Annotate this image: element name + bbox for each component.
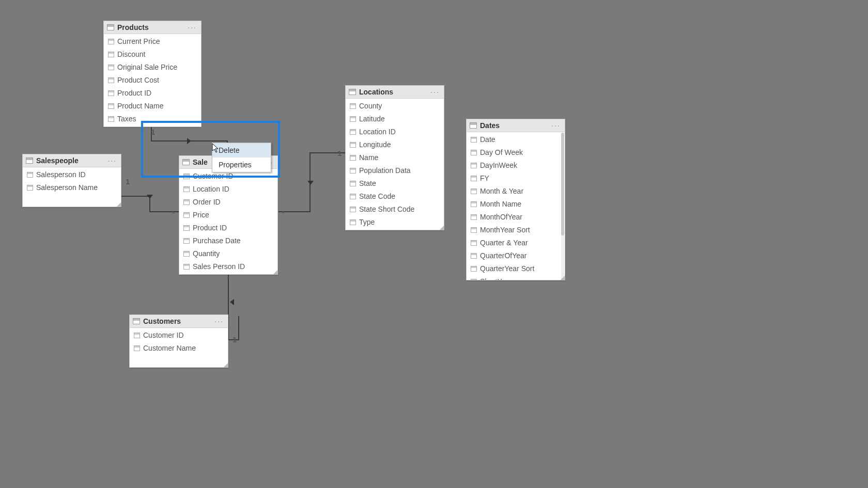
field-item[interactable]: Order ID (179, 196, 277, 209)
field-item[interactable]: Salesperson Name (23, 181, 121, 194)
field-item[interactable]: Product ID (179, 222, 277, 234)
cardinality-many: * (172, 210, 175, 217)
field-item[interactable]: Taxes (104, 113, 201, 125)
table-salespeople[interactable]: Salespeople ··· Salesperson ID Salespers… (22, 154, 121, 207)
field-item[interactable]: Latitude (346, 113, 444, 125)
field-item[interactable]: Original Sale Price (104, 61, 201, 74)
field-item[interactable]: Product ID (104, 87, 201, 100)
field-item[interactable]: Quarter & Year (467, 237, 565, 249)
field-item[interactable]: Name (346, 151, 444, 164)
resize-handle[interactable] (560, 275, 565, 280)
more-icon[interactable]: ··· (187, 23, 198, 32)
table-title: Dates (480, 121, 547, 130)
field-icon (134, 345, 140, 351)
field-icon (183, 264, 190, 270)
field-icon (471, 150, 477, 155)
field-item[interactable]: Price (179, 209, 277, 222)
field-item[interactable]: County (346, 100, 444, 113)
field-item[interactable]: State Short Code (346, 203, 444, 216)
field-icon (471, 137, 477, 143)
field-item[interactable]: Type (346, 216, 444, 229)
table-products[interactable]: Products ··· Current Price Discount Orig… (103, 21, 202, 127)
field-item[interactable]: MonthYear Sort (467, 224, 565, 237)
field-icon (471, 253, 477, 259)
context-menu[interactable]: Delete Properties (212, 143, 271, 172)
more-icon[interactable]: ··· (213, 317, 225, 325)
field-item[interactable]: QuarterOfYear (467, 249, 565, 262)
field-icon (471, 279, 477, 280)
field-item[interactable]: Purchase Date (179, 234, 277, 247)
field-item[interactable]: Date (467, 133, 565, 146)
field-item[interactable]: Month Name (467, 198, 565, 211)
field-icon (108, 65, 114, 70)
resize-handle[interactable] (223, 363, 228, 368)
field-item[interactable]: Sales Person ID (179, 260, 277, 273)
field-item[interactable]: Location ID (179, 183, 277, 196)
field-list: Customer ID Customer Name (130, 328, 228, 356)
field-item[interactable]: Population Data (346, 164, 444, 177)
field-icon (183, 199, 190, 205)
field-item[interactable]: Discount (104, 48, 201, 61)
field-list: Customer ID Location ID Order ID Price P… (179, 169, 277, 274)
table-icon (349, 89, 356, 95)
field-item[interactable]: Product Cost (104, 74, 201, 87)
field-item[interactable]: Current Price (104, 35, 201, 48)
field-item[interactable]: Salesperson ID (23, 168, 121, 181)
field-icon (350, 116, 356, 122)
field-item[interactable]: State Code (346, 190, 444, 203)
field-item[interactable]: Location ID (346, 125, 444, 138)
field-item[interactable]: QuarterYear Sort (467, 262, 565, 275)
field-item[interactable]: Quantity (179, 247, 277, 260)
resize-handle[interactable] (273, 270, 278, 275)
field-icon (108, 52, 114, 57)
field-icon (350, 129, 356, 135)
cardinality-many: * (227, 275, 229, 282)
field-icon (471, 240, 477, 246)
table-customers[interactable]: Customers ··· Customer ID Customer Name (129, 314, 228, 368)
table-sales[interactable]: Sale ··· Customer ID Location ID Order I… (179, 155, 278, 275)
scrollbar[interactable] (561, 133, 564, 279)
field-item[interactable]: MonthOfYear (467, 211, 565, 224)
table-header[interactable]: Salespeople ··· (23, 154, 121, 167)
field-icon (27, 172, 33, 178)
field-item[interactable]: ShortYear (467, 275, 565, 280)
field-icon (350, 168, 356, 174)
table-locations[interactable]: Locations ··· County Latitude Location I… (345, 85, 444, 230)
table-header[interactable]: Products ··· (104, 21, 201, 34)
field-item[interactable]: Product Name (104, 100, 201, 113)
more-icon[interactable]: ··· (429, 88, 441, 96)
field-item[interactable]: Longitude (346, 138, 444, 151)
table-icon (107, 24, 114, 30)
field-item[interactable]: Customer Name (130, 342, 228, 355)
model-canvas[interactable]: Products ··· Current Price Discount Orig… (0, 0, 868, 488)
field-item[interactable]: Month & Year (467, 185, 565, 198)
filter-direction-icon (307, 181, 314, 185)
resize-handle[interactable] (116, 202, 121, 207)
table-header[interactable]: Dates ··· (467, 119, 565, 132)
field-item[interactable]: DayInWeek (467, 159, 565, 172)
field-icon (183, 186, 190, 192)
table-header[interactable]: Locations ··· (346, 86, 444, 99)
context-menu-properties[interactable]: Properties (212, 158, 271, 172)
field-item[interactable]: FY (467, 172, 565, 185)
field-icon (27, 185, 33, 191)
resize-handle[interactable] (439, 225, 444, 230)
more-icon[interactable]: ··· (106, 156, 118, 165)
cardinality-one: 1 (151, 128, 155, 136)
field-icon (350, 155, 356, 161)
table-header[interactable]: Customers ··· (130, 315, 228, 328)
field-icon (183, 212, 190, 218)
field-icon (183, 251, 190, 257)
field-icon (108, 77, 114, 83)
field-list: Current Price Discount Original Sale Pri… (104, 34, 201, 127)
more-icon[interactable]: ··· (550, 121, 562, 130)
field-item[interactable]: State (346, 177, 444, 190)
field-icon (350, 181, 356, 186)
field-item[interactable]: Day Of Week (467, 146, 565, 159)
field-list: Date Day Of Week DayInWeek FY Month & Ye… (467, 132, 565, 280)
field-item[interactable]: Customer ID (130, 329, 228, 342)
context-menu-delete[interactable]: Delete (212, 143, 271, 158)
field-icon (183, 174, 190, 179)
table-dates[interactable]: Dates ··· Date Day Of Week DayInWeek FY … (466, 119, 565, 280)
field-icon (134, 333, 140, 338)
